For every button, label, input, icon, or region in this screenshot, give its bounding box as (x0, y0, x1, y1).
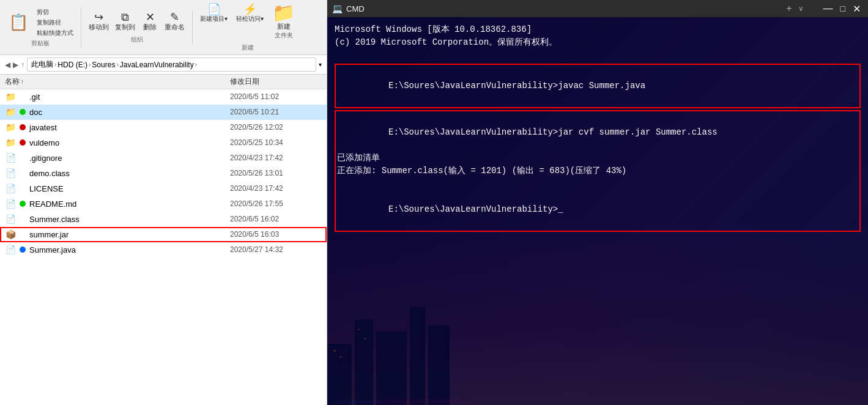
file-date: 2020/6/5 16:02 (230, 215, 322, 223)
move-icon: ↪ (94, 12, 103, 23)
cmd-line-8: E:\Soures\JavaLearnVulnerability>_ (337, 190, 858, 229)
cmd-tab-arrow[interactable]: ∨ (798, 4, 804, 13)
path-hdd: HDD (E:) (57, 61, 87, 69)
file-name: demo.class (29, 169, 226, 178)
file-name: Summer.java (29, 245, 226, 255)
cmd-title-text: CMD (346, 4, 365, 13)
file-rows: 📁 .git 2020/6/5 11:02 📁 doc 2020/6/5 10:… (0, 89, 327, 258)
file-icon: 📁 (5, 137, 16, 148)
cmd-line-3: E:\Soures\JavaLearnVulnerability>javac S… (337, 67, 858, 105)
cmd-line-7 (337, 177, 858, 190)
file-list-header: 名称 ↑ 修改日期 (0, 75, 327, 89)
new-folder-icon: 📁 (272, 4, 295, 22)
status-dot-red (20, 124, 26, 130)
file-date: 2020/5/25 10:34 (230, 138, 322, 147)
cmd-prefix-1: E:\Soures\JavaLearnVulnerability> (388, 81, 558, 91)
file-list-container[interactable]: 名称 ↑ 修改日期 📁 .git 2020/6/5 11:02 📁 doc 20… (0, 75, 327, 405)
file-name: summer.jar (29, 230, 226, 239)
organize-group-label: 组织 (131, 35, 143, 44)
file-item[interactable]: 📄 .gitignore 2020/4/23 17:42 (0, 150, 327, 166)
new-group: 📄 新建项目▾ ⚡ 轻松访问▾ 📁 新建 文件夹 新建 (198, 2, 302, 52)
file-date: 2020/4/23 17:42 (230, 184, 322, 193)
cmd-add-tab-button[interactable]: + (782, 3, 795, 14)
status-dot-blue (20, 247, 26, 253)
status-dot-red (20, 139, 26, 146)
file-item[interactable]: 📁 javatest 2020/5/26 12:02 (0, 120, 327, 135)
file-date: 2020/6/5 16:03 (230, 230, 322, 239)
cmd-title-left: 💻 CMD (332, 4, 365, 13)
address-bar: ◀ ▶ ↑ 此电脑 › HDD (E:) › Soures › JavaLear… (0, 55, 327, 75)
paste-button[interactable]: 📋 (5, 12, 32, 33)
file-name: LICENSE (29, 184, 226, 193)
cmd-prefix-2: E:\Soures\JavaLearnVulnerability> (388, 127, 558, 137)
file-item[interactable]: 📁 vuldemo 2020/5/25 10:34 (0, 135, 327, 150)
cmd-cursor: _ (558, 204, 563, 214)
file-date: 2020/6/5 11:02 (230, 92, 322, 101)
new-group-label: 新建 (242, 43, 254, 52)
copy-path-button[interactable]: 复制路径 (34, 18, 76, 28)
clipboard-group-label: 剪贴板 (5, 39, 76, 48)
file-item[interactable]: 📄 demo.class 2020/5/26 13:01 (0, 166, 327, 181)
copy-to-button[interactable]: ⧉ 复制到 (113, 10, 138, 33)
address-dropdown[interactable]: ▾ (319, 61, 322, 68)
easy-access-icon: ⚡ (243, 4, 257, 15)
cmd-close-button[interactable]: ✕ (850, 3, 863, 15)
file-icon: 📁 (5, 91, 16, 102)
file-explorer: 📋 剪切 复制路径 粘贴快捷方式 剪贴板 ↪ 移动到 ⧉ 复制到 (0, 0, 327, 405)
file-item[interactable]: 📄 Summer.class 2020/6/5 16:02 (0, 212, 327, 227)
file-icon: 📄 (5, 152, 16, 163)
cmd-panel: 💻 CMD + ∨ — □ ✕ Microsoft Windows [版本 10… (327, 0, 868, 405)
cmd-command-2: jar cvf summer.jar Summer.class (558, 127, 717, 137)
file-icon: 📄 (5, 183, 16, 194)
cmd-minimize-button[interactable]: — (821, 3, 836, 14)
cmd-window: 💻 CMD + ∨ — □ ✕ Microsoft Windows [版本 10… (327, 0, 868, 405)
new-folder-button[interactable]: 📁 新建 文件夹 (270, 2, 297, 41)
file-item[interactable]: 📦 summer.jar 2020/6/5 16:03 (0, 227, 327, 242)
cmd-line-4: E:\Soures\JavaLearnVulnerability>jar cvf… (337, 113, 858, 152)
file-date: 2020/5/26 17:55 (230, 199, 322, 208)
file-icon: 📦 (5, 229, 16, 240)
col-name-header[interactable]: 名称 ↑ (5, 76, 230, 87)
file-icon: 📁 (5, 122, 16, 133)
cmd-controls: + ∨ — □ ✕ (782, 3, 863, 15)
clipboard-small-buttons: 剪切 复制路径 粘贴快捷方式 (34, 7, 76, 38)
file-name: README.md (29, 199, 226, 209)
cmd-line-1: Microsoft Windows [版本 10.0.18362.836] (335, 23, 861, 36)
file-item[interactable]: 📄 LICENSE 2020/4/23 17:42 (0, 181, 327, 196)
address-path[interactable]: 此电脑 › HDD (E:) › Soures › JavaLearnVulne… (27, 58, 316, 72)
cmd-prefix-3: E:\Soures\JavaLearnVulnerability> (388, 204, 558, 214)
up-button[interactable]: ↑ (21, 61, 24, 69)
status-dot-green (20, 201, 26, 207)
cmd-maximize-button[interactable]: □ (838, 4, 848, 13)
file-date: 2020/5/27 14:32 (230, 245, 322, 254)
cmd-line-2: (c) 2019 Microsoft Corporation。保留所有权利。 (335, 36, 861, 49)
file-name: javatest (29, 123, 226, 132)
rename-icon: ✎ (170, 12, 179, 23)
clipboard-group: 📋 剪切 复制路径 粘贴快捷方式 剪贴板 (5, 7, 81, 48)
new-item-icon: 📄 (207, 4, 221, 15)
path-this-pc: 此电脑 (31, 59, 53, 70)
delete-button[interactable]: ✕ 删除 (139, 10, 161, 33)
easy-access-button[interactable]: ⚡ 轻松访问▾ (234, 2, 266, 24)
file-icon: 📁 (5, 106, 16, 117)
organize-group: ↪ 移动到 ⧉ 复制到 ✕ 删除 ✎ 重命名 组织 (86, 10, 193, 44)
new-item-button[interactable]: 📄 新建项目▾ (198, 2, 230, 24)
file-date: 2020/6/5 10:21 (230, 108, 322, 116)
back-button[interactable]: ◀ (5, 61, 10, 69)
cmd-highlight-1: E:\Soures\JavaLearnVulnerability>javac S… (335, 64, 861, 108)
file-icon: 📄 (5, 198, 16, 209)
file-date: 2020/5/26 12:02 (230, 123, 322, 132)
file-item[interactable]: 📄 README.md 2020/5/26 17:55 (0, 196, 327, 212)
file-item[interactable]: 📄 Summer.java 2020/5/27 14:32 (0, 242, 327, 258)
rename-button[interactable]: ✎ 重命名 (162, 10, 187, 33)
cut-button[interactable]: 剪切 (34, 7, 76, 17)
move-to-button[interactable]: ↪ 移动到 (86, 10, 111, 33)
forward-button[interactable]: ▶ (13, 61, 18, 69)
paste-shortcut-button[interactable]: 粘贴快捷方式 (34, 28, 76, 38)
status-dot-green (20, 109, 26, 115)
cmd-line-5: 已添加清单 (337, 152, 858, 165)
file-item[interactable]: 📁 .git 2020/6/5 11:02 (0, 89, 327, 105)
col-date-header[interactable]: 修改日期 (230, 76, 322, 87)
cmd-line-blank (335, 49, 861, 62)
file-item[interactable]: 📁 doc 2020/6/5 10:21 (0, 105, 327, 120)
